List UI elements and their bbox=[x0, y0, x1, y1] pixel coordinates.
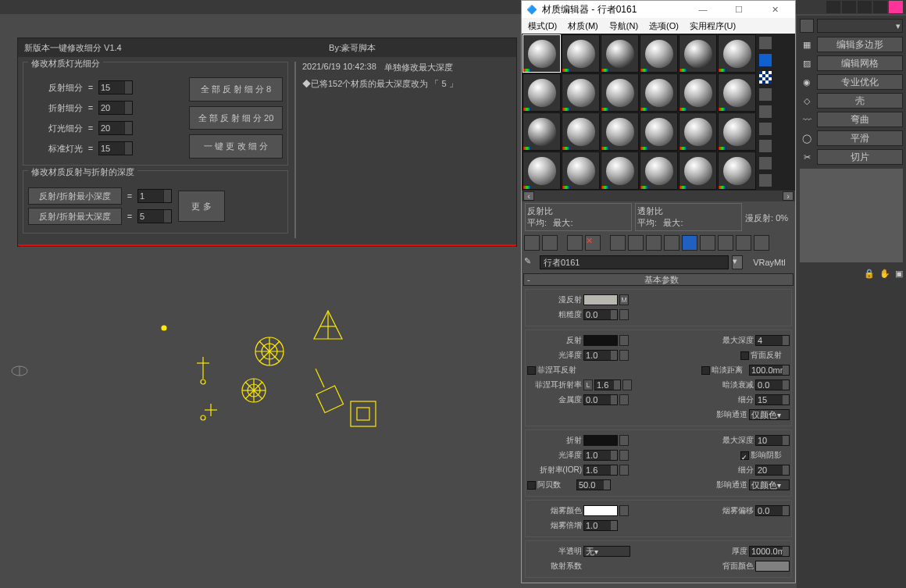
refract-swatch[interactable] bbox=[583, 435, 618, 446]
fog-map-slot[interactable] bbox=[619, 505, 629, 516]
metalness-map-slot[interactable] bbox=[619, 394, 629, 405]
menu-util[interactable]: 实用程序(U) bbox=[690, 20, 736, 32]
menu-material[interactable]: 材质(M) bbox=[568, 20, 598, 32]
optimize-icon[interactable]: ◉ bbox=[800, 75, 814, 89]
scroll-left[interactable]: ‹ bbox=[523, 191, 534, 201]
btn-max-depth[interactable]: 反射/折射最大深度 bbox=[28, 208, 122, 225]
thickness-spinner[interactable]: 1000.0m bbox=[749, 546, 790, 557]
titlebar[interactable]: 🔷 材质编辑器 - 行者0161 — ☐ ✕ bbox=[522, 1, 795, 18]
dropdown[interactable]: ▾ bbox=[817, 19, 903, 33]
roughness-spinner[interactable]: 0.0 bbox=[583, 309, 618, 320]
put-to-lib-icon[interactable] bbox=[646, 235, 662, 251]
tool-icon[interactable] bbox=[858, 1, 872, 13]
diffuse-swatch[interactable] bbox=[583, 294, 618, 305]
dimdist-checkbox[interactable] bbox=[701, 366, 710, 375]
material-slot[interactable] bbox=[562, 34, 600, 73]
material-slot[interactable] bbox=[562, 112, 600, 151]
fog-color-swatch[interactable] bbox=[583, 505, 618, 516]
refr-subdiv-spinner[interactable]: 20 bbox=[98, 101, 133, 115]
ior-spinner[interactable]: 1.6 bbox=[583, 465, 618, 476]
diffuse-map-slot[interactable]: M bbox=[619, 294, 629, 305]
material-slot[interactable] bbox=[679, 73, 717, 112]
grid-icon[interactable]: ▦ bbox=[800, 37, 814, 52]
material-slot[interactable] bbox=[601, 73, 639, 112]
pin-icon[interactable]: 🔒 bbox=[864, 269, 875, 279]
material-slot[interactable] bbox=[562, 151, 600, 190]
material-slot[interactable] bbox=[562, 73, 600, 112]
options-icon[interactable] bbox=[754, 235, 769, 251]
refr-channel-dropdown[interactable]: 仅颜色 ▾ bbox=[749, 479, 790, 490]
tool-icon[interactable] bbox=[826, 1, 840, 13]
affect-shadow-checkbox[interactable] bbox=[740, 451, 749, 460]
refr-subdiv-spinner[interactable]: 20 bbox=[755, 465, 790, 476]
btn-onekey-change[interactable]: 一 键 更 改 细 分 bbox=[189, 134, 283, 159]
refl-gloss-map-slot[interactable] bbox=[619, 350, 629, 361]
ior-map-slot[interactable] bbox=[619, 465, 629, 476]
refr-gloss-spinner[interactable]: 1.0 bbox=[583, 450, 618, 461]
material-slot[interactable] bbox=[523, 73, 561, 112]
material-slot[interactable] bbox=[523, 112, 561, 151]
roughness-map-slot[interactable] bbox=[619, 309, 629, 320]
dimdist-spinner[interactable]: 100.0mm bbox=[749, 365, 790, 376]
stdlight-spinner[interactable]: 15 bbox=[98, 141, 133, 155]
tool-icon-pink[interactable] bbox=[889, 1, 903, 13]
abbe-checkbox[interactable] bbox=[527, 481, 536, 490]
modifier-stack[interactable] bbox=[800, 169, 903, 262]
rollout-basic-params[interactable]: -基本参数 bbox=[523, 273, 794, 286]
scroll-right[interactable]: › bbox=[783, 191, 794, 201]
material-slot[interactable] bbox=[640, 112, 678, 151]
btn-min-depth[interactable]: 反射/折射最小深度 bbox=[28, 187, 122, 205]
make-copy-icon[interactable] bbox=[610, 235, 626, 251]
make-preview-icon[interactable] bbox=[758, 122, 772, 136]
fog-mult-spinner[interactable]: 1.0 bbox=[583, 520, 618, 531]
fog-bias-spinner[interactable]: 0.0 bbox=[755, 505, 790, 516]
min-depth-spinner[interactable]: 1 bbox=[137, 189, 172, 203]
dimfall-spinner[interactable]: 0.0 bbox=[755, 380, 790, 390]
make-unique-icon[interactable] bbox=[628, 235, 644, 251]
refl-maxdepth-spinner[interactable]: 4 bbox=[755, 335, 790, 346]
material-name-input[interactable]: 行者0161 bbox=[540, 255, 729, 269]
material-slot[interactable] bbox=[601, 34, 639, 73]
abbe-spinner[interactable]: 50.0 bbox=[576, 479, 611, 490]
btn-edit-poly[interactable]: 编辑多边形 bbox=[817, 37, 903, 52]
go-forward-icon[interactable] bbox=[736, 235, 751, 251]
refr-maxdepth-spinner[interactable]: 10 bbox=[755, 435, 790, 446]
material-slot[interactable] bbox=[679, 151, 717, 190]
eyedropper-icon[interactable]: ✎ bbox=[524, 256, 537, 269]
show-map-icon[interactable] bbox=[682, 235, 697, 251]
bend-icon[interactable]: 〰 bbox=[800, 112, 814, 127]
btn-all-refl-8[interactable]: 全 部 反 射 细 分 8 bbox=[189, 77, 283, 102]
material-slot[interactable] bbox=[640, 73, 678, 112]
max-depth-spinner[interactable]: 5 bbox=[137, 209, 172, 223]
matid-icon[interactable] bbox=[664, 235, 680, 251]
viewport[interactable] bbox=[0, 265, 519, 588]
name-dropdown[interactable]: ▾ bbox=[732, 255, 743, 269]
btn-smooth[interactable]: 平滑 bbox=[817, 130, 903, 146]
material-slot[interactable] bbox=[523, 34, 561, 73]
config-icon[interactable]: ▣ bbox=[895, 269, 903, 279]
fresnel-lock[interactable]: L bbox=[583, 380, 593, 390]
sample-uv-icon[interactable] bbox=[758, 87, 772, 102]
menu-mode[interactable]: 模式(D) bbox=[528, 20, 557, 32]
refract-map-slot[interactable] bbox=[619, 435, 629, 446]
material-slot[interactable] bbox=[523, 151, 561, 190]
tool-icon[interactable] bbox=[842, 1, 856, 13]
refl-subdiv-spinner[interactable]: 15 bbox=[755, 394, 790, 405]
material-slot[interactable] bbox=[601, 151, 639, 190]
light-subdiv-spinner[interactable]: 20 bbox=[98, 121, 133, 135]
backlight-icon[interactable] bbox=[758, 53, 772, 67]
go-parent-icon[interactable] bbox=[718, 235, 733, 251]
material-slot[interactable] bbox=[718, 112, 756, 151]
material-slot[interactable] bbox=[718, 73, 756, 112]
options-icon[interactable] bbox=[758, 139, 772, 153]
get-material-icon[interactable] bbox=[524, 235, 540, 251]
assign-icon[interactable] bbox=[567, 235, 583, 251]
shell-icon[interactable]: ◇ bbox=[800, 94, 814, 108]
material-slot[interactable] bbox=[640, 34, 678, 73]
btn-slice[interactable]: 切片 bbox=[817, 149, 903, 165]
btn-edit-mesh[interactable]: 编辑网格 bbox=[817, 55, 903, 71]
maximize-button[interactable]: ☐ bbox=[723, 2, 754, 17]
material-type-button[interactable]: VRayMtl bbox=[746, 258, 793, 267]
reflect-map-slot[interactable] bbox=[619, 335, 629, 346]
minimize-button[interactable]: — bbox=[687, 2, 719, 17]
